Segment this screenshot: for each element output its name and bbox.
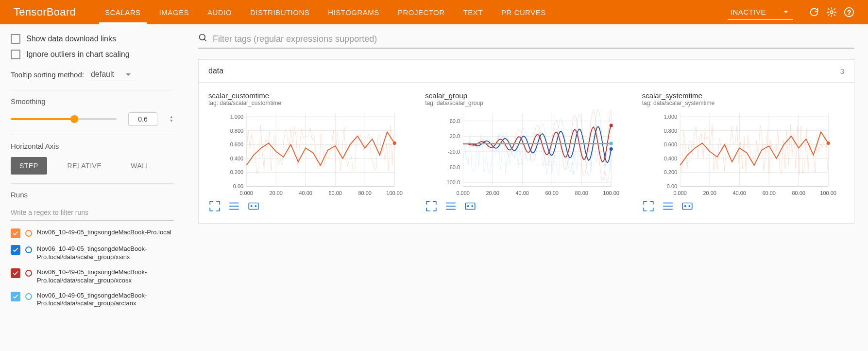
app-header: TensorBoard SCALARSIMAGESAUDIODISTRIBUTI…	[0, 0, 868, 24]
runs-list: Nov06_10-49-05_tingsongdeMacBook-Pro.loc…	[11, 228, 174, 308]
fit-domain-icon[interactable]	[681, 201, 694, 211]
ignore-outliers-label: Ignore outliers in chart scaling	[26, 50, 130, 59]
search-icon	[198, 33, 208, 45]
tab-scalars[interactable]: SCALARS	[105, 0, 141, 24]
svg-text:-100.0: -100.0	[445, 179, 460, 185]
run-color-swatch	[25, 246, 32, 253]
plugin-status-dropdown[interactable]: INACTIVE	[728, 5, 793, 20]
tab-projector[interactable]: PROJECTOR	[398, 0, 445, 24]
svg-text:0.00: 0.00	[666, 183, 677, 189]
run-color-swatch	[25, 270, 32, 277]
run-checkbox[interactable]	[11, 228, 20, 238]
toggle-log-icon[interactable]	[444, 201, 457, 211]
tab-histograms[interactable]: HISTOGRAMS	[328, 0, 379, 24]
slider-thumb[interactable]	[70, 115, 78, 123]
svg-text:0.800: 0.800	[664, 128, 677, 134]
runs-filter-input[interactable]: Write a regex to filter runs	[11, 206, 174, 221]
ignore-outliers-checkbox[interactable]: Ignore outliers in chart scaling	[11, 50, 174, 59]
svg-point-68	[468, 206, 469, 207]
svg-text:20.00: 20.00	[703, 190, 716, 196]
tab-distributions[interactable]: DISTRIBUTIONS	[250, 0, 309, 24]
svg-text:60.00: 60.00	[328, 190, 342, 196]
content-area: Filter tags (regular expressions support…	[185, 24, 868, 351]
svg-point-101	[689, 206, 690, 207]
run-checkbox[interactable]	[11, 245, 20, 255]
run-label: Nov06_10-49-05_tingsongdeMacBook-Pro.loc…	[37, 292, 173, 308]
svg-text:0.600: 0.600	[230, 141, 244, 147]
run-item[interactable]: Nov06_10-49-05_tingsongdeMacBook-Pro.loc…	[11, 268, 174, 285]
svg-text:0.600: 0.600	[664, 141, 677, 147]
reload-icon[interactable]	[809, 7, 819, 18]
svg-text:?: ?	[847, 9, 851, 16]
haxis-step-button[interactable]: STEP	[11, 157, 47, 175]
smoothing-input[interactable]	[128, 112, 157, 126]
chart-plot[interactable]: 0.000.2000.4000.6000.8001.0000.00020.004…	[208, 109, 410, 197]
chart-subtitle: tag: data/scalar_systemtime	[642, 100, 844, 106]
toggle-log-icon[interactable]	[662, 201, 674, 211]
haxis-wall-button[interactable]: WALL	[122, 157, 159, 175]
chart-subtitle: tag: data/scalar_group	[425, 100, 627, 106]
haxis-relative-button[interactable]: RELATIVE	[59, 157, 111, 175]
run-item[interactable]: Nov06_10-49-05_tingsongdeMacBook-Pro.loc…	[11, 292, 174, 308]
svg-text:0.000: 0.000	[239, 190, 253, 196]
svg-point-95	[826, 141, 830, 145]
chart-plot[interactable]: -100.0-60.0-20.020.060.00.00020.0040.006…	[425, 109, 627, 197]
run-checkbox[interactable]	[11, 268, 20, 278]
chart-toolbar	[208, 201, 410, 211]
smoothing-slider[interactable]	[11, 118, 117, 120]
tab-pr curves[interactable]: PR CURVES	[501, 0, 546, 24]
svg-text:0.200: 0.200	[230, 169, 244, 175]
fit-domain-icon[interactable]	[247, 201, 260, 211]
chart-title: scalar_systemtime	[642, 91, 844, 100]
tag-filter-placeholder: Filter tags (regular expressions support…	[213, 34, 854, 44]
svg-text:20.00: 20.00	[486, 190, 500, 196]
svg-text:60.0: 60.0	[450, 118, 460, 124]
expand-icon[interactable]	[642, 201, 655, 211]
tab-text[interactable]: TEXT	[463, 0, 483, 24]
group-title: data	[208, 67, 223, 75]
svg-text:0.00: 0.00	[233, 183, 243, 189]
svg-text:-20.0: -20.0	[448, 149, 460, 155]
svg-text:0.000: 0.000	[673, 190, 687, 196]
fit-domain-icon[interactable]	[464, 201, 477, 211]
chevron-down-icon	[783, 11, 788, 16]
svg-text:1.000: 1.000	[230, 114, 244, 120]
svg-point-62	[610, 124, 613, 127]
tooltip-sort-select[interactable]: default	[90, 68, 134, 81]
runs-label: Runs	[11, 191, 174, 199]
svg-text:20.00: 20.00	[269, 190, 283, 196]
svg-rect-67	[466, 203, 476, 210]
stepper-down-icon[interactable]: ▼	[169, 119, 174, 123]
svg-text:0.800: 0.800	[230, 128, 244, 134]
svg-text:40.00: 40.00	[516, 190, 529, 196]
svg-text:1.000: 1.000	[664, 114, 677, 120]
settings-gear-icon[interactable]	[826, 7, 837, 18]
svg-text:100.00: 100.00	[820, 190, 836, 196]
header-tabs: SCALARSIMAGESAUDIODISTRIBUTIONSHISTOGRAM…	[105, 0, 546, 24]
expand-icon[interactable]	[208, 201, 221, 211]
svg-text:0.200: 0.200	[664, 169, 677, 175]
run-color-swatch	[25, 293, 32, 300]
sidebar: Show data download links Ignore outliers…	[0, 24, 185, 351]
tab-images[interactable]: IMAGES	[159, 0, 189, 24]
group-header[interactable]: data 3	[198, 59, 854, 83]
run-item[interactable]: Nov06_10-49-05_tingsongdeMacBook-Pro.loc…	[11, 245, 174, 262]
checkbox-icon	[11, 34, 20, 44]
svg-point-30	[393, 141, 396, 145]
run-checkbox[interactable]	[11, 292, 20, 301]
svg-text:0.400: 0.400	[664, 156, 677, 161]
charts-container: scalar_customtimetag: data/scalar_custom…	[198, 83, 854, 224]
show-download-checkbox[interactable]: Show data download links	[11, 34, 174, 44]
toggle-log-icon[interactable]	[228, 201, 240, 211]
tooltip-sort-label: Tooltip sorting method:	[11, 70, 84, 79]
group-count: 3	[840, 67, 844, 75]
help-icon[interactable]: ?	[844, 7, 854, 18]
svg-text:100.00: 100.00	[386, 190, 403, 196]
svg-point-3	[200, 35, 205, 40]
expand-icon[interactable]	[425, 201, 438, 211]
run-item[interactable]: Nov06_10-49-05_tingsongdeMacBook-Pro.loc…	[11, 228, 174, 238]
tab-audio[interactable]: AUDIO	[207, 0, 232, 24]
chart-plot[interactable]: 0.000.2000.4000.6000.8001.0000.00020.004…	[642, 109, 844, 197]
svg-point-36	[255, 206, 256, 207]
tag-filter-input[interactable]: Filter tags (regular expressions support…	[198, 33, 854, 49]
